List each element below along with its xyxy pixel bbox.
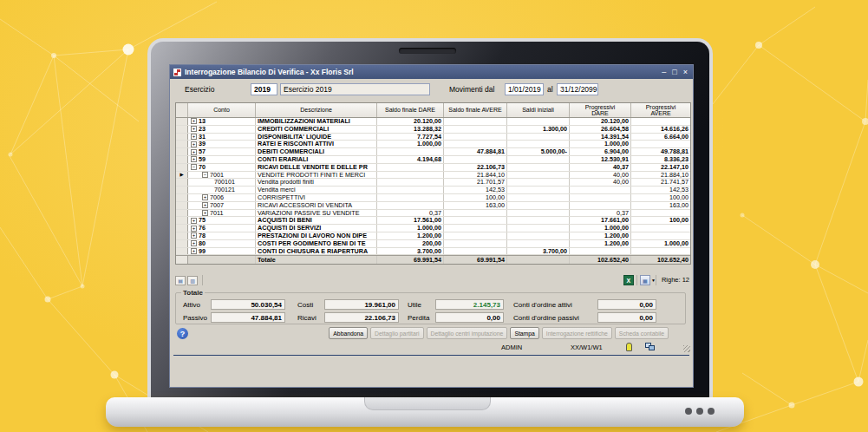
table-row[interactable]: −70RICAVI DELLE VENDITE E DELLE PR22.106…	[176, 164, 690, 172]
app-icon	[173, 69, 181, 76]
cell-saldo-finale-dare: 20.120,00	[377, 118, 444, 125]
minimize-button[interactable]: –	[662, 69, 666, 76]
maximize-button[interactable]: □	[672, 69, 676, 76]
row-gutter	[176, 156, 188, 163]
table-row[interactable]: +57DEBITI COMMERCIALI47.884,815.000,00-6…	[176, 148, 690, 156]
cell-descrizione: CONTI ERARIALI	[256, 156, 377, 163]
resize-grip[interactable]	[683, 345, 690, 352]
cell-saldo-finale-avere	[444, 134, 507, 141]
tree-toggle-plus-icon[interactable]: +	[191, 141, 197, 147]
total-field-passivo: 47.884,81	[211, 312, 285, 323]
table-row[interactable]: +99CONTI DI CHIUSURA E RIAPERTURA3.700,0…	[176, 248, 690, 256]
button-stampa[interactable]: Stampa	[510, 327, 538, 339]
excel-export-icon[interactable]: X	[623, 275, 634, 285]
cell-saldo-finale-dare	[377, 194, 444, 201]
tree-toggle-plus-icon[interactable]: +	[191, 118, 197, 124]
cell-progressivi-dare	[570, 187, 631, 193]
cell-saldo-finale-avere	[444, 217, 507, 224]
table-row[interactable]: +39RATEI E RISCONTI ATTIVI1.000,001.000,…	[176, 141, 690, 148]
table-row[interactable]: +7011VARIAZIONI PASSIVE SU VENDITE0,370,…	[176, 210, 690, 218]
row-gutter	[176, 134, 188, 141]
table-row[interactable]: +7006CORRISPETTIVI100,00100,00	[176, 194, 690, 202]
cell-saldi-iniziali	[507, 141, 570, 147]
close-button[interactable]: ×	[683, 69, 688, 76]
total-cell	[176, 256, 188, 264]
tree-toggle-minus-icon[interactable]: −	[191, 164, 197, 170]
toolbar-separator	[202, 275, 203, 285]
cell-conto: +76	[188, 225, 256, 232]
table-row[interactable]: +59CONTI ERARIALI4.194,6812.530,918.336,…	[176, 156, 690, 164]
table-row[interactable]: 700121Vendita merci142,53142,53	[176, 187, 690, 194]
cell-saldo-finale-avere	[444, 240, 507, 247]
table-row[interactable]: +31DISPONIBILITA' LIQUIDE7.727,5414.391,…	[176, 134, 690, 141]
cell-conto: −7001	[188, 172, 256, 179]
esercizio-code-field[interactable]: 2019	[251, 83, 277, 95]
column-header-saldo-finale-avere[interactable]: Saldo finale AVERE	[444, 103, 507, 117]
cell-saldo-finale-dare: 1.000,00	[377, 225, 444, 232]
yellow-background: Interrogazione Bilancio Di Verifica - Xx…	[0, 0, 868, 432]
cell-saldo-finale-dare: 17.561,00	[377, 217, 444, 224]
table-row[interactable]: +76ACQUISTI DI SERVIZI1.000,001.000,00	[176, 225, 690, 232]
cell-progressivi-avere: 142,53	[631, 187, 690, 193]
column-header-saldi-iniziali[interactable]: Saldi iniziali	[507, 103, 570, 117]
total-field-utile: 2.145,73	[435, 299, 504, 310]
collapse-all-icon[interactable]: ▥	[187, 276, 198, 285]
tree-toggle-plus-icon[interactable]: +	[191, 248, 197, 254]
tree-toggle-plus-icon[interactable]: +	[202, 194, 208, 200]
date-from-field[interactable]: 1/01/2019	[505, 83, 544, 95]
tree-toggle-plus-icon[interactable]: +	[191, 232, 197, 239]
cell-saldo-finale-avere: 142,53	[444, 187, 507, 193]
laptop-notch	[364, 397, 491, 410]
tree-toggle-plus-icon[interactable]: +	[202, 202, 208, 208]
cell-conto: +78	[188, 232, 256, 239]
status-terminal: XX/W1/W1	[571, 344, 603, 351]
cell-progressivi-dare: 26.604,58	[570, 126, 631, 133]
cell-saldi-iniziali: 1.300,00	[507, 126, 570, 133]
cell-saldi-iniziali: 3.700,00	[507, 248, 570, 255]
button-abbandona[interactable]: Abbandona	[329, 327, 368, 339]
tree-toggle-minus-icon[interactable]: −	[202, 172, 208, 178]
table-row[interactable]: +7007RICAVI ACCESSORI DI VENDITA163,0016…	[176, 202, 690, 210]
cell-descrizione: RICAVI ACCESSORI DI VENDITA	[256, 202, 377, 209]
tree-toggle-plus-icon[interactable]: +	[191, 226, 197, 232]
column-header-descrizione[interactable]: Descrizione	[256, 103, 377, 117]
cell-progressivi-avere	[631, 225, 690, 232]
status-divider	[173, 355, 689, 356]
table-row[interactable]: +13IMMOBILIZZAZIONI MATERIALI20.120,0020…	[176, 118, 690, 126]
column-header-gutter	[176, 103, 188, 117]
tree-toggle-plus-icon[interactable]: +	[191, 156, 197, 162]
total-label-costi: Costi	[297, 301, 313, 309]
expand-all-icon[interactable]: ▤	[175, 276, 186, 285]
cell-saldo-finale-dare	[377, 164, 444, 171]
tree-toggle-plus-icon[interactable]: +	[191, 240, 197, 246]
table-row[interactable]: +78PRESTAZIONI DI LAVORO NON DIPE1.200,0…	[176, 232, 690, 240]
table-row[interactable]: +75ACQUISTI DI BENI17.561,0017.661,00100…	[176, 217, 690, 225]
tree-toggle-plus-icon[interactable]: +	[191, 218, 197, 224]
help-icon[interactable]: ?	[177, 328, 188, 339]
row-gutter	[176, 194, 188, 201]
cell-descrizione: DISPONIBILITA' LIQUIDE	[256, 134, 377, 141]
cell-saldi-iniziali	[507, 225, 570, 232]
column-header-progressivi-dare[interactable]: ProgressiviDARE	[570, 103, 631, 117]
total-field-conti-d-ordine-attivi: 0,00	[597, 299, 656, 310]
cell-saldi-iniziali	[507, 202, 570, 209]
laptop-base	[106, 397, 744, 427]
cell-progressivi-avere	[631, 141, 690, 147]
status-user: ADMIN	[501, 344, 522, 351]
filter-icon[interactable]: ▦	[640, 275, 650, 285]
cell-saldo-finale-dare: 0,37	[377, 210, 444, 217]
cell-saldo-finale-avere	[444, 248, 507, 255]
cell-descrizione: Vendita prodotti finiti	[256, 179, 377, 186]
table-row[interactable]: +23CREDITI COMMERCIALI13.288,321.300,002…	[176, 126, 690, 134]
tree-toggle-plus-icon[interactable]: +	[191, 149, 197, 155]
column-header-progressivi-avere[interactable]: ProgressiviAVERE	[631, 103, 690, 117]
table-row[interactable]: 700101Vendita prodotti finiti21.701,5740…	[176, 179, 690, 187]
tree-toggle-plus-icon[interactable]: +	[191, 126, 197, 132]
column-header-saldo-finale-dare[interactable]: Saldo finale DARE	[377, 103, 444, 117]
table-row[interactable]: +80COSTI PER GODIMENTO BENI DI TE200,001…	[176, 240, 690, 248]
tree-toggle-plus-icon[interactable]: +	[191, 134, 197, 140]
table-row[interactable]: ▶−7001VENDITE PRODOTTI FINITI E MERCI21.…	[176, 172, 690, 180]
tree-toggle-plus-icon[interactable]: +	[202, 210, 208, 216]
column-header-conto[interactable]: Conto	[188, 103, 256, 117]
date-to-field[interactable]: 31/12/2099	[557, 83, 598, 95]
